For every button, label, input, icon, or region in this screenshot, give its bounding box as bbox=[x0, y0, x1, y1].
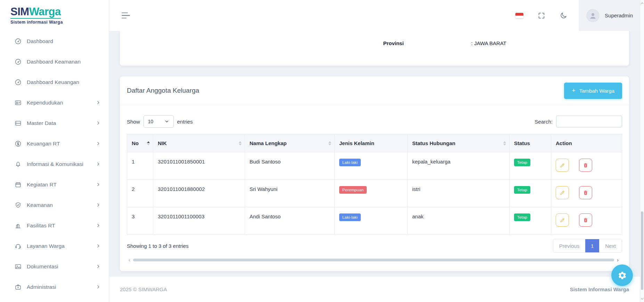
sidebar-item-administrasi[interactable]: Administrasi bbox=[0, 277, 109, 297]
chevron-right-icon bbox=[96, 182, 100, 187]
sidebar-item-layanan-warga[interactable]: Layanan Warga bbox=[0, 236, 109, 256]
entries-label: entries bbox=[177, 119, 193, 125]
family-members-card: Daftar Anggota Keluarga + Tambah Warga S… bbox=[120, 76, 629, 271]
cell-action bbox=[551, 152, 622, 180]
gauge-icon bbox=[15, 58, 22, 65]
app-wordmark: SIMWarga bbox=[10, 6, 61, 19]
column-header-nik[interactable]: NIK bbox=[153, 134, 245, 152]
sidebar-item-master-data[interactable]: Master Data bbox=[0, 113, 109, 133]
search-input[interactable] bbox=[556, 116, 622, 127]
sidebar-item-informasi-and-komunikasi[interactable]: Informasi & Komunikasi bbox=[0, 154, 109, 174]
show-label: Show bbox=[127, 119, 140, 125]
sidebar-item-keamanan[interactable]: Keamanan bbox=[0, 195, 109, 215]
cell-nik: 3201011001100003 bbox=[153, 207, 245, 235]
settings-fab[interactable] bbox=[611, 265, 633, 286]
sort-arrows-icon bbox=[503, 141, 506, 145]
id-card-icon bbox=[15, 99, 22, 106]
sidebar-item-label: Dashboard Keuangan bbox=[27, 79, 79, 85]
page-size-select[interactable]: 10 bbox=[144, 115, 174, 128]
cell-status: Tetap bbox=[510, 180, 551, 207]
topbar: Superadmin bbox=[109, 0, 640, 31]
sidebar-item-label: Kependudukan bbox=[27, 100, 63, 106]
edit-button[interactable] bbox=[556, 186, 569, 199]
sidebar-item-label: Informasi & Komunikasi bbox=[27, 161, 83, 167]
chevron-right-icon bbox=[96, 285, 100, 289]
column-header-status: Status bbox=[510, 134, 551, 152]
scroll-down-icon[interactable] bbox=[640, 296, 644, 301]
gauge-icon bbox=[15, 38, 22, 45]
dark-mode-icon[interactable] bbox=[560, 12, 567, 19]
column-label: NIK bbox=[158, 140, 167, 146]
sidebar-item-keuangan-rt[interactable]: Keuangan RT bbox=[0, 133, 109, 154]
province-label: Provinsi bbox=[383, 40, 403, 46]
column-header-status-hubungan[interactable]: Status Hubungan bbox=[408, 134, 510, 152]
page-1-button[interactable]: 1 bbox=[585, 239, 599, 252]
app-logo[interactable]: SIMWarga Sistem informasi Warga bbox=[0, 0, 109, 31]
add-warga-button[interactable]: + Tambah Warga bbox=[564, 83, 622, 99]
gender-badge: Perempuan bbox=[339, 186, 367, 194]
chevron-right-icon bbox=[96, 100, 100, 105]
column-label: Status Hubungan bbox=[412, 140, 455, 146]
sidebar-item-dashboard[interactable]: Dashboard bbox=[0, 31, 109, 51]
delete-button[interactable] bbox=[579, 159, 592, 172]
building-icon bbox=[15, 222, 22, 229]
cell-nik: 3201011001880002 bbox=[153, 180, 245, 207]
page-size-value: 10 bbox=[148, 119, 154, 124]
language-flag-icon[interactable] bbox=[515, 13, 523, 18]
user-menu[interactable]: Superadmin bbox=[579, 0, 640, 31]
edit-button[interactable] bbox=[556, 213, 569, 227]
cell-nik: 3201011001850001 bbox=[153, 152, 245, 180]
gear-icon bbox=[618, 271, 627, 280]
sidebar-item-label: Dashboard bbox=[27, 38, 53, 44]
column-header-nama-lengkap[interactable]: Nama Lengkap bbox=[245, 134, 335, 152]
province-value: : JAWA BARAT bbox=[471, 40, 506, 46]
delete-button[interactable] bbox=[579, 213, 592, 227]
edit-button[interactable] bbox=[556, 159, 569, 172]
username: Superadmin bbox=[605, 12, 633, 18]
footer-app-name: Sistem Informasi Warga bbox=[570, 286, 629, 292]
sidebar-item-label: Fasilitas RT bbox=[27, 223, 55, 229]
chevron-right-icon bbox=[96, 162, 100, 166]
user-icon bbox=[589, 11, 597, 20]
scroll-left-icon[interactable]: ‹ bbox=[129, 257, 130, 262]
column-header-action: Action bbox=[551, 134, 622, 152]
cell-status: Tetap bbox=[510, 152, 551, 180]
column-label: Action bbox=[556, 140, 572, 146]
cell-nama-lengkap: Budi Santoso bbox=[245, 152, 335, 180]
column-header-no[interactable]: No bbox=[127, 134, 153, 152]
sidebar-item-label: Administrasi bbox=[27, 284, 56, 290]
next-page-button[interactable]: Next bbox=[599, 239, 622, 252]
sidebar-item-fasilitas-rt[interactable]: Fasilitas RT bbox=[0, 215, 109, 236]
table-header-row: NoNIKNama LengkapJenis KelaminStatus Hub… bbox=[127, 134, 622, 152]
trash-icon bbox=[583, 162, 588, 168]
delete-button[interactable] bbox=[579, 186, 592, 199]
sidebar-item-label: Kegiatan RT bbox=[27, 182, 57, 188]
fullscreen-icon[interactable] bbox=[538, 12, 545, 19]
sidebar-item-kependudukan[interactable]: Kependudukan bbox=[0, 92, 109, 113]
cell-status-hubungan: anak bbox=[408, 207, 510, 235]
horizontal-scrollbar-thumb[interactable] bbox=[133, 259, 614, 261]
previous-page-button[interactable]: Previous bbox=[553, 239, 585, 252]
vertical-scrollbar-thumb[interactable] bbox=[641, 211, 643, 290]
cell-action bbox=[551, 207, 622, 235]
sort-arrows-icon bbox=[147, 141, 150, 145]
column-label: Nama Lengkap bbox=[250, 140, 287, 146]
sidebar-item-dashboard-keamanan[interactable]: Dashboard Keamanan bbox=[0, 51, 109, 72]
sidebar-item-label: Dashboard Keamanan bbox=[27, 59, 81, 65]
gender-badge: Laki-laki bbox=[339, 213, 361, 221]
scroll-up-icon[interactable] bbox=[640, 1, 644, 6]
plus-icon: + bbox=[572, 87, 576, 94]
scroll-right-icon[interactable]: › bbox=[617, 257, 619, 262]
chevron-right-icon bbox=[96, 141, 100, 146]
sidebar-item-label: Layanan Warga bbox=[27, 243, 65, 249]
sidebar-item-dokumentasi[interactable]: Dokumentasi bbox=[0, 256, 109, 277]
horizontal-scrollbar: ‹ › bbox=[129, 257, 619, 262]
sidebar-toggle-icon[interactable] bbox=[122, 12, 130, 19]
sidebar-item-kegiatan-rt[interactable]: Kegiatan RT bbox=[0, 174, 109, 195]
trash-icon bbox=[583, 190, 588, 195]
vertical-scrollbar bbox=[640, 0, 644, 302]
sidebar-item-dashboard-keuangan[interactable]: Dashboard Keuangan bbox=[0, 72, 109, 92]
page-footer: 2025 © SIMWARGA Sistem Informasi Warga bbox=[109, 277, 640, 302]
column-label: Jenis Kelamin bbox=[339, 140, 374, 146]
main-area: Superadmin Provinsi : JAWA BARAT Daftar … bbox=[109, 0, 640, 302]
